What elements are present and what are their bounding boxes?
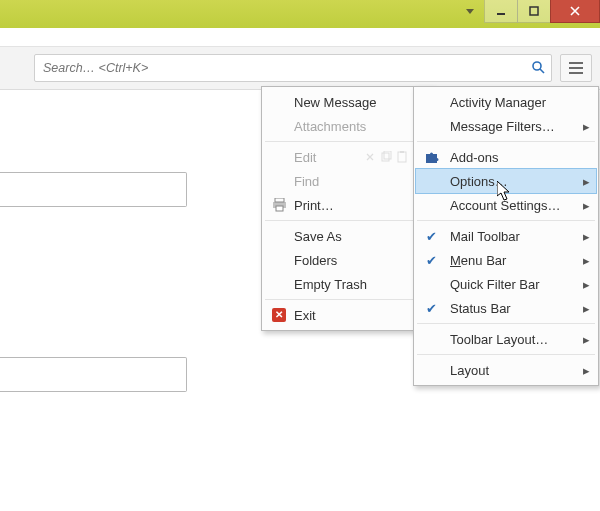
svg-rect-9: [398, 152, 406, 162]
menu-separator: [417, 220, 595, 221]
content-area: New Message ▸ Attachments ▸ Edit Find Pr…: [0, 90, 600, 511]
menu-separator: [265, 220, 431, 221]
menu-label: Account Settings…: [450, 198, 561, 213]
search-icon[interactable]: [531, 60, 545, 77]
menu-options[interactable]: Options… ▸: [416, 169, 596, 193]
menu-find: Find: [264, 169, 432, 193]
svg-rect-13: [276, 206, 283, 211]
titlebar-dropdown-icon[interactable]: [461, 0, 479, 22]
menu-separator: [417, 141, 595, 142]
svg-rect-1: [530, 7, 538, 15]
app-menu: New Message ▸ Attachments ▸ Edit Find Pr…: [261, 86, 435, 331]
menu-label: Attachments: [294, 119, 366, 134]
chevron-right-icon: ▸: [583, 277, 590, 292]
menu-label: Mail Toolbar: [450, 229, 520, 244]
chevron-right-icon: ▸: [583, 363, 590, 378]
menu-label: Message Filters…: [450, 119, 555, 134]
menu-label: New Message: [294, 95, 376, 110]
search-input[interactable]: [41, 60, 531, 76]
menu-attachments: Attachments ▸: [264, 114, 432, 138]
menu-label: Menu Bar: [450, 253, 506, 268]
printer-icon: [270, 196, 288, 214]
menu-label: Options…: [450, 174, 508, 189]
menu-label: Print…: [294, 198, 334, 213]
menu-print[interactable]: Print…: [264, 193, 432, 217]
panel-stub: [0, 357, 187, 392]
menu-label: Status Bar: [450, 301, 511, 316]
menu-separator: [265, 141, 431, 142]
check-icon: ✔: [422, 299, 440, 317]
svg-line-3: [540, 69, 544, 73]
menu-label: Toolbar Layout…: [450, 332, 548, 347]
menu-status-bar[interactable]: ✔ Status Bar ▸: [416, 296, 596, 320]
menu-account-settings[interactable]: Account Settings… ▸: [416, 193, 596, 217]
paste-icon: [396, 151, 408, 163]
menu-menu-bar[interactable]: ✔ Menu Bar ▸: [416, 248, 596, 272]
edit-action-icons: [364, 151, 408, 163]
search-box[interactable]: [34, 54, 552, 82]
menu-layout[interactable]: Layout ▸: [416, 358, 596, 382]
chevron-right-icon: ▸: [583, 229, 590, 244]
menu-empty-trash[interactable]: Empty Trash: [264, 272, 432, 296]
svg-rect-8: [384, 151, 391, 159]
menu-toolbar-layout[interactable]: Toolbar Layout… ▸: [416, 327, 596, 351]
menu-activity-manager[interactable]: Activity Manager: [416, 90, 596, 114]
menu-label: Quick Filter Bar: [450, 277, 540, 292]
svg-rect-10: [400, 151, 404, 153]
check-icon: ✔: [422, 227, 440, 245]
chevron-right-icon: ▸: [583, 332, 590, 347]
chevron-right-icon: ▸: [583, 253, 590, 268]
menu-mail-toolbar[interactable]: ✔ Mail Toolbar ▸: [416, 224, 596, 248]
maximize-button[interactable]: [517, 0, 551, 23]
chevron-right-icon: ▸: [583, 119, 590, 134]
menu-label: Folders: [294, 253, 337, 268]
menu-new-message[interactable]: New Message ▸: [264, 90, 432, 114]
cut-icon: [364, 151, 376, 163]
menu-label: Empty Trash: [294, 277, 367, 292]
minimize-button[interactable]: [484, 0, 518, 23]
chevron-right-icon: ▸: [583, 198, 590, 213]
menu-label: Layout: [450, 363, 489, 378]
svg-rect-11: [275, 198, 284, 202]
titlebar: [0, 0, 600, 28]
svg-rect-7: [382, 153, 389, 161]
menu-exit[interactable]: ✕ Exit: [264, 303, 432, 327]
menu-edit: Edit: [264, 145, 432, 169]
puzzle-icon: [422, 148, 440, 166]
toolbar: [0, 47, 600, 90]
app-menu-button[interactable]: [560, 54, 592, 82]
menu-label: Exit: [294, 308, 316, 323]
menu-save-as[interactable]: Save As ▸: [264, 224, 432, 248]
menu-addons[interactable]: Add-ons: [416, 145, 596, 169]
svg-point-2: [533, 62, 541, 70]
check-icon: ✔: [422, 251, 440, 269]
chevron-right-icon: ▸: [583, 301, 590, 316]
menu-separator: [417, 354, 595, 355]
menu-label: Activity Manager: [450, 95, 546, 110]
svg-rect-4: [569, 62, 583, 64]
exit-icon: ✕: [270, 306, 288, 324]
copy-icon: [380, 151, 392, 163]
options-submenu: Activity Manager Message Filters… ▸ Add-…: [413, 86, 599, 386]
menu-quick-filter-bar[interactable]: Quick Filter Bar ▸: [416, 272, 596, 296]
menu-separator: [265, 299, 431, 300]
chevron-right-icon: ▸: [583, 174, 590, 189]
svg-rect-0: [497, 13, 505, 15]
menu-separator: [417, 323, 595, 324]
menu-label: Save As: [294, 229, 342, 244]
menu-label: Find: [294, 174, 319, 189]
panel-stub: [0, 172, 187, 207]
menu-folders[interactable]: Folders ▸: [264, 248, 432, 272]
close-button[interactable]: [550, 0, 600, 23]
svg-rect-5: [569, 67, 583, 69]
menu-label: Add-ons: [450, 150, 498, 165]
menu-message-filters[interactable]: Message Filters… ▸: [416, 114, 596, 138]
svg-rect-6: [569, 72, 583, 74]
tabstrip-area: [0, 28, 600, 47]
menu-label: Edit: [294, 150, 316, 165]
